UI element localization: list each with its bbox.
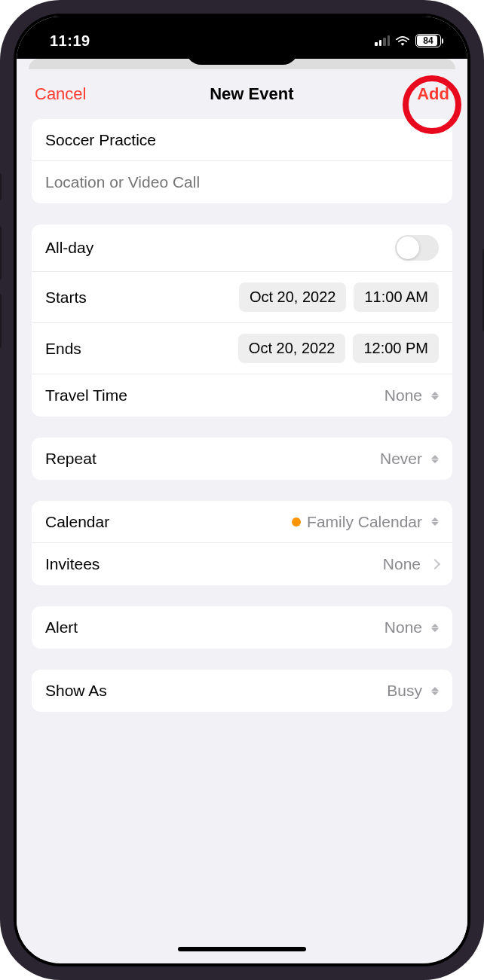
updown-icon bbox=[431, 517, 439, 526]
battery-level: 84 bbox=[423, 35, 433, 46]
calendar-value: Family Calendar bbox=[307, 513, 422, 531]
repeat-label: Repeat bbox=[45, 450, 96, 468]
nav-bar: Cancel New Event Add bbox=[17, 69, 467, 116]
add-button[interactable]: Add bbox=[417, 84, 449, 104]
starts-date-picker[interactable]: Oct 20, 2022 bbox=[239, 282, 347, 312]
status-time: 11:19 bbox=[50, 32, 90, 50]
repeat-cell[interactable]: Repeat Never bbox=[32, 438, 452, 480]
event-location-input[interactable] bbox=[45, 173, 439, 191]
repeat-value: Never bbox=[380, 450, 422, 468]
showas-group: Show As Busy bbox=[32, 670, 452, 712]
calendar-cell[interactable]: Calendar Family Calendar bbox=[32, 501, 452, 543]
location-cell[interactable] bbox=[32, 161, 452, 203]
allday-label: All-day bbox=[45, 239, 93, 257]
calendar-label: Calendar bbox=[45, 513, 109, 531]
mute-switch bbox=[0, 173, 2, 200]
volume-up-button bbox=[0, 226, 2, 280]
iphone-frame: 11:19 84 bbox=[0, 0, 484, 980]
showas-cell[interactable]: Show As Busy bbox=[32, 670, 452, 712]
travel-time-label: Travel Time bbox=[45, 386, 127, 405]
cellular-signal-icon bbox=[375, 35, 390, 46]
travel-time-cell[interactable]: Travel Time None bbox=[32, 374, 452, 417]
title-location-group bbox=[32, 119, 452, 203]
battery-icon: 84 bbox=[415, 34, 443, 47]
datetime-group: All-day Starts Oct 20, 2022 11:00 AM bbox=[32, 224, 452, 417]
home-indicator[interactable] bbox=[178, 947, 306, 951]
repeat-group: Repeat Never bbox=[32, 438, 452, 480]
cancel-button[interactable]: Cancel bbox=[35, 84, 86, 104]
calendar-invitees-group: Calendar Family Calendar Invitees None bbox=[32, 501, 452, 585]
allday-toggle[interactable] bbox=[395, 235, 439, 261]
starts-time-picker[interactable]: 11:00 AM bbox=[354, 282, 439, 312]
updown-icon bbox=[431, 624, 439, 632]
alert-group: Alert None bbox=[32, 606, 452, 649]
ends-cell: Ends Oct 20, 2022 12:00 PM bbox=[32, 323, 452, 374]
chevron-right-icon bbox=[430, 559, 440, 569]
new-event-sheet: Cancel New Event Add bbox=[17, 69, 467, 959]
travel-time-value: None bbox=[384, 386, 422, 405]
event-title-input[interactable] bbox=[45, 131, 439, 149]
ends-time-picker[interactable]: 12:00 PM bbox=[353, 334, 439, 363]
starts-label: Starts bbox=[45, 289, 87, 307]
invitees-cell[interactable]: Invitees None bbox=[32, 543, 452, 585]
updown-icon bbox=[431, 687, 439, 695]
updown-icon bbox=[431, 392, 439, 400]
updown-icon bbox=[431, 455, 439, 463]
page-title: New Event bbox=[210, 84, 293, 104]
wifi-icon bbox=[395, 35, 410, 47]
allday-cell: All-day bbox=[32, 224, 452, 272]
alert-label: Alert bbox=[45, 618, 78, 637]
invitees-value: None bbox=[383, 555, 421, 573]
ends-label: Ends bbox=[45, 340, 81, 358]
starts-cell: Starts Oct 20, 2022 11:00 AM bbox=[32, 272, 452, 323]
calendar-color-dot bbox=[292, 517, 301, 527]
alert-value: None bbox=[384, 618, 422, 637]
alert-cell[interactable]: Alert None bbox=[32, 606, 452, 649]
title-cell[interactable] bbox=[32, 119, 452, 161]
volume-down-button bbox=[0, 294, 2, 348]
dynamic-island bbox=[185, 33, 299, 65]
invitees-label: Invitees bbox=[45, 555, 100, 573]
showas-label: Show As bbox=[45, 682, 107, 700]
ends-date-picker[interactable]: Oct 20, 2022 bbox=[238, 334, 346, 363]
showas-value: Busy bbox=[387, 682, 422, 700]
